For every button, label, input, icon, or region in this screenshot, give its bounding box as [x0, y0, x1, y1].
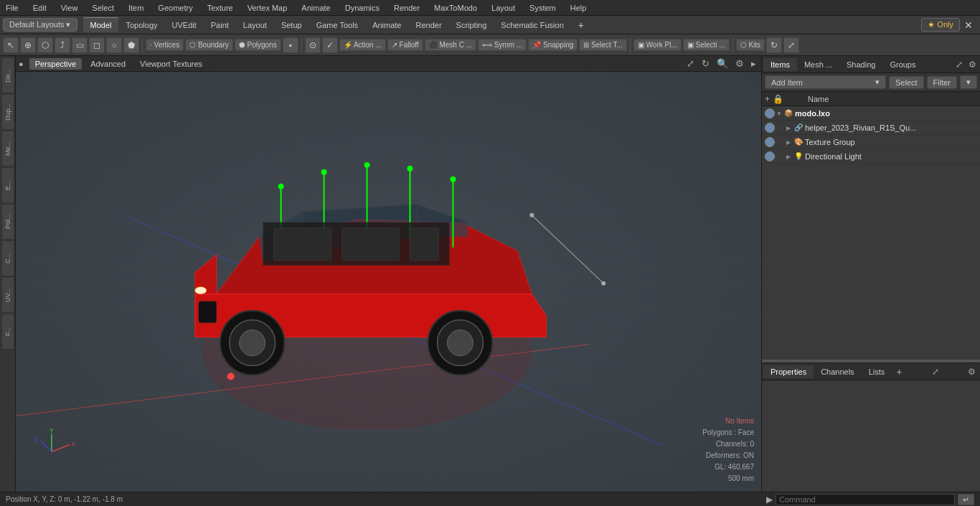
menu-animate[interactable]: Animate: [298, 2, 333, 14]
tool-vertices[interactable]: · Vertices: [146, 39, 184, 51]
tab-schematic-fusion[interactable]: Schematic Fusion: [494, 18, 570, 32]
tab-animate[interactable]: Animate: [365, 18, 408, 32]
tool-select-t[interactable]: ⊞ Select T...: [579, 39, 627, 51]
tab-groups[interactable]: Groups: [882, 58, 923, 71]
tool-mesh-c[interactable]: ⬛ Mesh C ...: [425, 39, 476, 51]
expand-icon-modo-lxo[interactable]: ▼: [776, 111, 782, 116]
eye-visibility-directional-light[interactable]: [765, 151, 775, 161]
sidebar-btn-me[interactable]: Me...: [1, 131, 14, 167]
tool-circle-icon[interactable]: ○: [106, 37, 122, 53]
viewport-fit-icon[interactable]: ⤢: [684, 58, 697, 69]
layout-add-tab[interactable]: +: [574, 19, 588, 31]
menu-render[interactable]: Render: [391, 2, 423, 14]
viewport-search-icon[interactable]: 🔍: [715, 58, 730, 69]
tab-game-tools[interactable]: Game Tools: [309, 18, 366, 32]
items-more-button[interactable]: ▾: [960, 75, 977, 89]
menu-select[interactable]: Select: [89, 2, 117, 14]
command-go-button[interactable]: ↵: [958, 494, 974, 505]
eye-visibility-modo-lxo[interactable]: [765, 108, 775, 118]
tab-channels[interactable]: Channels: [814, 365, 861, 378]
expand-icon-helper[interactable]: ▶: [786, 125, 792, 131]
right-expand-icon[interactable]: ⤢: [953, 60, 965, 70]
layout-close[interactable]: ✕: [960, 19, 977, 31]
menu-file[interactable]: File: [3, 2, 22, 14]
viewport-refresh-icon[interactable]: ↻: [699, 58, 712, 69]
tool-action[interactable]: ⚡ Action ...: [339, 39, 386, 51]
sidebar-btn-pol[interactable]: Pol...: [1, 204, 14, 240]
items-col-lock[interactable]: 🔒: [773, 94, 783, 104]
sidebar-btn-e[interactable]: E...: [1, 167, 14, 203]
tab-lists[interactable]: Lists: [862, 365, 892, 378]
sidebar-btn-uv[interactable]: UV...: [1, 277, 14, 313]
item-row-directional-light[interactable]: ▶ 💡 Directional Light: [762, 149, 980, 164]
tab-layout[interactable]: Layout: [236, 18, 274, 32]
tab-paint[interactable]: Paint: [204, 18, 236, 32]
sidebar-btn-f[interactable]: F...: [1, 314, 14, 350]
tool-rotate-icon[interactable]: ↻: [766, 37, 782, 53]
prop-expand-icon[interactable]: ⤢: [929, 367, 942, 377]
menu-texture[interactable]: Texture: [204, 2, 236, 14]
tab-model[interactable]: Model: [83, 17, 119, 32]
menu-system[interactable]: System: [527, 2, 559, 14]
menu-help[interactable]: Help: [567, 2, 590, 14]
tool-box-icon[interactable]: ▭: [72, 37, 88, 53]
select-button[interactable]: Select: [889, 76, 924, 89]
menu-geometry[interactable]: Geometry: [155, 2, 195, 14]
sidebar-btn-c[interactable]: C...: [1, 240, 14, 276]
tool-select-icon[interactable]: ↖: [3, 37, 19, 53]
tool-snapping[interactable]: 📌 Snapping: [528, 39, 578, 51]
tool-box2-icon[interactable]: ◻: [89, 37, 105, 53]
item-row-helper[interactable]: ▶ 🔗 helper_2023_Rivian_R1S_Qu...: [762, 121, 980, 135]
viewport-tab-perspective[interactable]: Perspective: [29, 58, 82, 70]
tab-topology[interactable]: Topology: [118, 18, 164, 32]
tool-lasso-icon[interactable]: ⬡: [37, 37, 53, 53]
tool-selecti[interactable]: ▣ Selecti ...: [683, 39, 730, 51]
item-row-texture-group[interactable]: ▶ 🎨 Texture Group: [762, 135, 980, 149]
menu-maxtomodo[interactable]: MaxToModo: [431, 2, 480, 14]
filter-button[interactable]: Filter: [927, 76, 957, 89]
viewport[interactable]: ● Perspective Advanced Viewport Textures…: [16, 56, 761, 492]
tool-square-icon[interactable]: ▪: [283, 37, 298, 53]
tab-items[interactable]: Items: [763, 58, 797, 71]
tab-setup[interactable]: Setup: [274, 18, 309, 32]
prop-gear-icon[interactable]: ⚙: [965, 367, 979, 377]
tool-check-icon[interactable]: ✓: [322, 37, 338, 53]
viewport-canvas[interactable]: X Y Z No Items Polygons : Face Channels:…: [16, 72, 761, 492]
viewport-tab-textures[interactable]: Viewport Textures: [134, 58, 208, 70]
viewport-more-icon[interactable]: ▸: [749, 58, 758, 69]
tool-grid-icon[interactable]: ⊕: [20, 37, 36, 53]
tool-cursor-icon[interactable]: ⤴: [55, 37, 70, 53]
sidebar-btn-dup[interactable]: Dup...: [1, 94, 14, 130]
right-gear-icon[interactable]: ⚙: [966, 60, 979, 70]
tool-shield-icon[interactable]: ⬟: [123, 37, 139, 53]
tool-boundary[interactable]: ⬡ Boundary: [185, 39, 233, 51]
layout-dropdown[interactable]: Default Layouts ▾: [3, 18, 77, 32]
tab-uvedit[interactable]: UVEdit: [165, 18, 204, 32]
tool-kits[interactable]: ⬡ Kits: [736, 39, 765, 51]
tab-shading[interactable]: Shading: [839, 58, 882, 71]
eye-visibility-texture-group[interactable]: [765, 137, 775, 147]
menu-view[interactable]: View: [58, 2, 81, 14]
tool-expand-icon[interactable]: ⤢: [783, 37, 799, 53]
menu-vertex-map[interactable]: Vertex Map: [245, 2, 291, 14]
add-item-button[interactable]: Add Item ▾: [765, 75, 886, 89]
tab-render[interactable]: Render: [408, 18, 448, 32]
viewport-gear-icon[interactable]: ⚙: [733, 58, 746, 69]
items-col-plus[interactable]: +: [765, 94, 770, 104]
tool-sphere-icon[interactable]: ⊙: [305, 37, 321, 53]
menu-item[interactable]: Item: [126, 2, 146, 14]
tool-symm[interactable]: ⟺ Symm ...: [478, 39, 527, 51]
menu-dynamics[interactable]: Dynamics: [342, 2, 382, 14]
prop-add-icon[interactable]: +: [892, 366, 906, 378]
expand-icon-texture-group[interactable]: ▶: [786, 139, 792, 145]
viewport-tab-advanced[interactable]: Advanced: [85, 58, 131, 70]
tab-properties[interactable]: Properties: [763, 365, 814, 378]
menu-edit[interactable]: Edit: [30, 2, 50, 14]
expand-icon-directional-light[interactable]: ▶: [786, 154, 792, 159]
tool-falloff[interactable]: ↗ Falloff: [387, 39, 423, 51]
tab-mesh[interactable]: Mesh ...: [797, 58, 839, 71]
layout-star-only[interactable]: ★ Only: [921, 18, 960, 32]
tab-scripting[interactable]: Scripting: [449, 18, 494, 32]
tool-polygons[interactable]: ⬟ Polygons: [235, 39, 281, 51]
eye-visibility-helper[interactable]: [765, 123, 775, 133]
